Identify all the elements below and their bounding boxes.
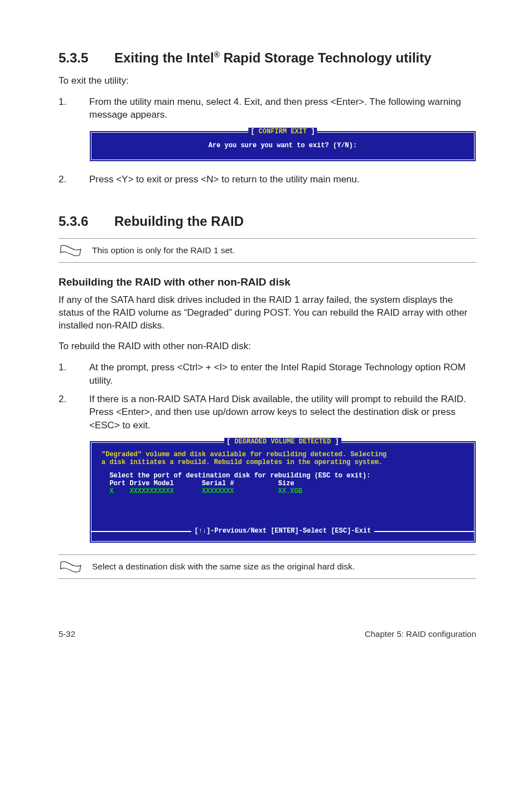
intro-text: To exit the utility: <box>59 75 476 88</box>
registered-mark: ® <box>214 50 220 59</box>
section-number: 5.3.5 <box>59 50 114 66</box>
step-number: 2. <box>59 393 81 405</box>
step-text: If there is a non-RAID SATA Hard Disk av… <box>89 394 466 431</box>
step-text: Press <Y> to exit or press <N> to return… <box>89 174 360 185</box>
bracket-close: ] <box>307 128 315 136</box>
rebuild-step-1: 1. At the prompt, press <Ctrl> + <I> to … <box>59 361 476 387</box>
terminal-title: [ CONFIRM EXIT ] <box>248 128 317 136</box>
terminal-title: [ DEGRADED VOLUME DETECTED ] <box>224 438 341 446</box>
divider <box>59 578 476 579</box>
term-headers: Port Drive Model Serial # Size <box>101 480 464 487</box>
page-footer: 5-32 Chapter 5: RAID configuration <box>59 629 476 639</box>
step-text: At the prompt, press <Ctrl> + <I> to ent… <box>89 362 466 385</box>
title-part-1: Exiting the Intel <box>114 50 214 65</box>
chapter-label: Chapter 5: RAID configuration <box>365 629 476 639</box>
note-block-2: Select a destination disk with the same … <box>59 554 476 579</box>
terminal-footer: [↑↓]-Previous/Next [ENTER]-Select [ESC]-… <box>91 531 474 541</box>
note-icon <box>59 559 92 578</box>
page-number: 5-32 <box>59 629 75 639</box>
confirm-exit-terminal: [ CONFIRM EXIT ] Are you sure you want t… <box>89 131 476 162</box>
paragraph-2: To rebuild the RAID with other non-RAID … <box>59 340 476 353</box>
subheading: Rebuilding the RAID with other non-RAID … <box>59 276 476 288</box>
divider <box>59 262 476 263</box>
section-5-3-6-heading: 5.3.6Rebuilding the RAID <box>59 214 476 229</box>
terminal-title-text: DEGRADED VOLUME DETECTED <box>235 438 331 446</box>
note-text: Select a destination disk with the same … <box>92 559 476 572</box>
step-number: 1. <box>59 361 81 374</box>
confirm-exit-prompt: Are you sure you want to exit? (Y/N): <box>99 142 466 149</box>
note-text: This option is only for the RAID 1 set. <box>92 243 476 255</box>
bracket-open: [ <box>250 128 258 136</box>
bracket-close: ] <box>331 438 338 446</box>
bracket-open: [ <box>226 438 234 446</box>
terminal-footer-text: [↑↓]-Previous/Next [ENTER]-Select [ESC]-… <box>191 527 375 535</box>
divider <box>59 238 476 239</box>
section-number: 5.3.6 <box>59 214 114 229</box>
term-line-1: "Degraded" volume and disk available for… <box>101 451 464 458</box>
paragraph-1: If any of the SATA hard disk drives incl… <box>59 294 476 332</box>
section-5-3-5-heading: 5.3.5Exiting the Intel® Rapid Storage Te… <box>59 50 476 66</box>
term-line-2: a disk initiates a rebuild. Rebuild comp… <box>101 458 464 466</box>
note-block-1: This option is only for the RAID 1 set. <box>59 238 476 263</box>
term-data-row: X XXXXXXXXXXX XXXXXXXX XX.XGB <box>101 487 464 495</box>
rebuild-step-2: 2. If there is a non-RAID SATA Hard Disk… <box>59 393 476 432</box>
step-2: 2. Press <Y> to exit or press <N> to ret… <box>59 173 476 186</box>
terminal-title-text: CONFIRM EXIT <box>259 128 307 136</box>
step-text: From the utility main menu, select 4. Ex… <box>89 96 461 120</box>
step-number: 1. <box>59 95 81 108</box>
section-title-text: Rebuilding the RAID <box>114 214 244 229</box>
divider <box>59 554 476 555</box>
note-icon <box>59 243 92 262</box>
step-number: 2. <box>59 173 81 186</box>
step-1: 1. From the utility main menu, select 4.… <box>59 95 476 122</box>
degraded-volume-terminal: [ DEGRADED VOLUME DETECTED ] "Degraded" … <box>89 441 476 543</box>
term-line-3: Select the port of destination disk for … <box>101 472 464 480</box>
title-part-2: Rapid Storage Technology utility <box>220 50 432 65</box>
